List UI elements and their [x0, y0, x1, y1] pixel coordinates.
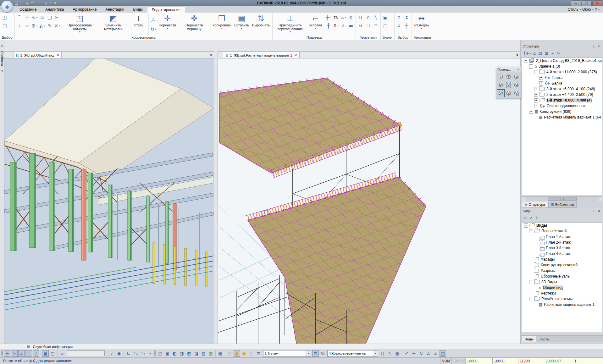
service-info-row[interactable]: ▤ Служебная информация	[0, 344, 603, 349]
cross-extend-icon[interactable]: ┼ ▾	[325, 14, 332, 21]
select-cube-icon[interactable]: ◳	[1, 14, 8, 21]
material-library-button[interactable]: ▥	[200, 350, 207, 357]
status-11200[interactable]: 11200	[518, 358, 544, 364]
select-below-icon[interactable]: ↧	[396, 22, 403, 29]
sketch-angle2-button[interactable]: ∠	[432, 350, 439, 357]
view-hidden-button[interactable]: ▣	[164, 350, 171, 357]
view-settings-icon[interactable]: ⚙	[523, 215, 527, 221]
erase-icon[interactable]: ✕ ▾	[54, 22, 61, 29]
Перенести-button[interactable]: ✛Перенести▾	[158, 13, 177, 36]
sketch-line-icon[interactable]: ⁄ ▾	[150, 17, 157, 24]
tree-item[interactable]: Конструктор сечений	[522, 262, 602, 268]
tree-item[interactable]: −4-й этаж +11.000 2.000 (375)	[522, 69, 602, 75]
pin-icon[interactable]: ⊥	[591, 45, 596, 48]
proj-box-button[interactable]	[505, 81, 512, 89]
expand-expand-icon[interactable]: +	[539, 76, 543, 80]
structure-filter-icon[interactable]: {◈ ▾	[523, 50, 531, 57]
bool-intersect-icon[interactable]: ∩	[365, 14, 372, 21]
chevron-down-icon[interactable]: ▾	[373, 350, 378, 356]
tree-item[interactable]: −Виды	[522, 223, 602, 228]
tab-Редактирование[interactable]: Редактирование	[147, 6, 185, 13]
tab-Структура[interactable]: ◈Структура	[522, 201, 548, 208]
light-off-button[interactable]: ○	[226, 350, 233, 357]
contour-icon[interactable]: ⊃	[39, 14, 46, 21]
roof-peak-icon[interactable]: ∧	[340, 22, 347, 29]
tab-Создание[interactable]: Создание	[15, 6, 41, 13]
snap-points-button[interactable]: ∴	[25, 350, 32, 357]
trim-icon[interactable]: ╪	[24, 14, 30, 21]
status-1[interactable]: 1	[573, 358, 603, 364]
expand-collapse-icon[interactable]: −	[529, 64, 533, 69]
sheet-light-button[interactable]: ▯	[248, 350, 255, 357]
select-axes-icon[interactable]: ┼	[403, 22, 410, 29]
snap-grid-button[interactable]: ✛	[4, 350, 10, 357]
align-edges-icon[interactable]: ≡	[24, 22, 30, 29]
select-above-icon[interactable]: ↥	[396, 14, 403, 21]
scroll-thumb[interactable]	[548, 197, 577, 201]
select-filter-button[interactable]: ↖	[387, 350, 393, 357]
Размеры-button[interactable]: ↔Размеры▾	[413, 13, 430, 36]
pin-view-button[interactable]: ▣	[42, 350, 49, 357]
table-filter-button[interactable]: ▦	[394, 350, 401, 357]
tree-item[interactable]: Разрезы	[522, 268, 602, 273]
expand-expand-icon[interactable]: +	[539, 81, 543, 85]
pan-tool-button[interactable]: ✛	[411, 350, 417, 357]
tab-Виды[interactable]: Виды	[522, 336, 536, 342]
light-on-button[interactable]: ●	[241, 350, 247, 357]
chevron-down-icon[interactable]: ▼	[516, 54, 518, 57]
status-18600[interactable]: 18600	[492, 358, 518, 364]
workplane-button[interactable]: ▱	[59, 350, 65, 357]
tree-item[interactable]: +3-й этаж +6.900 4.100 (248)	[522, 86, 602, 92]
tab-Армирование[interactable]: Армирование	[69, 6, 101, 13]
minimize-button[interactable]: –	[571, 0, 581, 6]
chevron-down-icon[interactable]: ▾	[306, 350, 311, 356]
lock-y-button[interactable]: ↑y	[140, 350, 146, 357]
tab-Аннотации[interactable]: Аннотации	[101, 6, 129, 13]
rotate-view-button[interactable]: ↻	[418, 350, 424, 357]
Выровнять-button[interactable]: ⇅Выровнять	[251, 13, 271, 36]
load-case-select[interactable]: 4.Кратковременные наг▾	[327, 350, 378, 357]
coordinate-input[interactable]	[67, 350, 105, 356]
floors-stack-button[interactable]: ≣	[312, 350, 319, 357]
tab-Библиотеки[interactable]: ⊟Библиотеки	[548, 201, 577, 208]
tree-item[interactable]: −2_Цех та Склад ВЗ_2019_Backup1.spf	[522, 58, 602, 63]
tree-item[interactable]: План 3-й этаж	[522, 245, 602, 251]
arc-edit-icon[interactable]: ◠	[372, 22, 379, 29]
scroll-right-icon[interactable]: ›	[598, 197, 602, 201]
expand-collapse-icon[interactable]: −	[529, 297, 533, 301]
close-icon[interactable]: ✕	[57, 53, 59, 57]
pin-view-off-button[interactable]: ▢	[49, 350, 56, 357]
add-level-icon[interactable]: ⊞	[545, 51, 548, 56]
proj-right-button[interactable]	[512, 73, 520, 81]
expand-collapse-icon[interactable]: −	[524, 223, 528, 228]
sketch-angle-button[interactable]: ∠	[425, 350, 432, 357]
spline-icon[interactable]: ∿ ▾	[31, 14, 38, 21]
cross-align-icon[interactable]: ╂	[325, 22, 332, 29]
close-icon[interactable]: ✕	[596, 209, 601, 213]
draw-line-button[interactable]: ∕	[108, 350, 115, 357]
segment-icon[interactable]: ∕	[16, 22, 23, 29]
left-viewport-canvas[interactable]	[4, 58, 214, 344]
tab-Виды[interactable]: Виды	[129, 6, 147, 13]
Перенести вершину-button[interactable]: ✜Перенести вершину	[178, 13, 211, 36]
edit-pencil-icon[interactable]: ✎	[1, 69, 3, 73]
floor-select[interactable]: 1-й этаж▾	[263, 350, 311, 357]
load-filter-button[interactable]: ∏	[379, 350, 386, 357]
restore-button[interactable]: ❐	[582, 0, 592, 6]
view-edges-button[interactable]: ◨	[179, 350, 185, 357]
status-10000[interactable]: 10000	[465, 358, 492, 364]
sync-model-icon[interactable]: ⌂	[44, 0, 47, 6]
ortho-corner-button[interactable]: ∟	[125, 350, 132, 357]
menu-window[interactable]: Окно	[582, 7, 591, 12]
edit-pencil-icon[interactable]: ✎	[1, 44, 3, 48]
zoom-window-button[interactable]: ◰	[440, 350, 446, 357]
Сталь-button[interactable]: IСталь	[130, 13, 147, 36]
view-sketch-button[interactable]: ◪	[193, 350, 200, 357]
expand-collapse-icon[interactable]: −	[524, 59, 528, 63]
tree-item[interactable]: ▦Расчетная модель вариант 1 (64	[522, 114, 602, 120]
menu-help[interactable]: ?	[595, 7, 597, 12]
scissors-icon[interactable]: ✂	[54, 14, 61, 21]
Копировать-button[interactable]: ❐Копировать▾	[211, 13, 232, 36]
expand-expand-icon[interactable]: +	[534, 104, 538, 108]
open-file-icon[interactable]: ❒	[20, 0, 24, 6]
